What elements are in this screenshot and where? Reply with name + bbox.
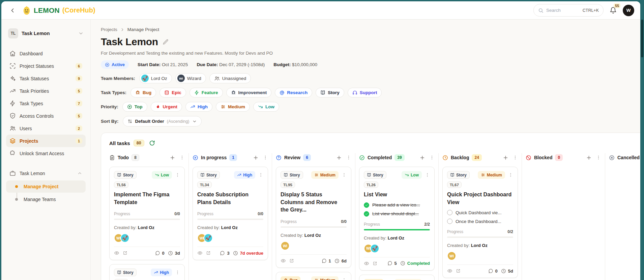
sidebar-item-count: 6: [76, 63, 82, 69]
sidebar-item-task-statuses[interactable]: Task Statuses9: [6, 72, 86, 85]
task-card-TL67[interactable]: StoryMediumTL67Quick Project Dashboard V…: [442, 167, 518, 278]
checklist-item[interactable]: List view should displ...: [364, 211, 430, 217]
app-logo[interactable]: LEMON (CoreHub): [22, 5, 95, 16]
add-task-button[interactable]: [170, 155, 175, 161]
kebab-icon: [346, 155, 351, 160]
back-button[interactable]: [7, 5, 18, 16]
view-task-button[interactable]: [364, 261, 369, 266]
task-card-TL83[interactable]: StoryHighTL83Access Controls Permission: [109, 264, 185, 280]
avatar: 🚀: [141, 75, 149, 82]
priority-pill-urgent[interactable]: Urgent: [151, 102, 182, 112]
task-type-pill-story[interactable]: Story: [316, 88, 344, 97]
add-task-button[interactable]: [503, 155, 508, 161]
card-menu-button[interactable]: [258, 172, 263, 177]
open-task-button[interactable]: [289, 258, 294, 263]
checked-circle-icon[interactable]: [364, 211, 369, 217]
assignee-avatars: WI🚀: [364, 244, 430, 253]
task-type-pill-improvement[interactable]: Improvement: [226, 88, 272, 97]
notifications-button[interactable]: 55: [610, 7, 617, 14]
card-menu-button[interactable]: [342, 278, 347, 280]
unchecked-circle-icon[interactable]: [447, 210, 452, 215]
open-task-button[interactable]: [123, 250, 127, 256]
view-task-button[interactable]: [114, 250, 119, 256]
sidebar-item-task-types[interactable]: Task Types7: [6, 97, 86, 110]
column-menu-button[interactable]: [346, 155, 351, 161]
task-type-pill-feature[interactable]: Feature: [189, 88, 223, 97]
sidebar-item-access-controls[interactable]: Access Controls5: [6, 110, 86, 122]
window-scrollbar[interactable]: [640, 1, 644, 280]
team-member-pill-unassigned[interactable]: Unassigned: [209, 73, 251, 83]
progress-value: 0/0: [258, 212, 263, 216]
task-type-pill-support[interactable]: Support: [348, 88, 382, 97]
sidebar-item-task-priorities[interactable]: Task Priorities5: [6, 85, 86, 97]
sidebar-item-label: Dashboard: [20, 51, 82, 56]
book-icon: [117, 173, 121, 177]
task-type-pill-research[interactable]: Research: [275, 88, 312, 97]
column-menu-button[interactable]: [596, 155, 601, 161]
workspace-selector[interactable]: TL Task Lemon: [6, 28, 86, 38]
column-menu-button[interactable]: [513, 155, 518, 161]
checklist-item[interactable]: Quick Dashboard vie...: [447, 210, 513, 215]
sidebar-item-manage-teams[interactable]: Manage Teams: [6, 193, 86, 205]
add-task-button[interactable]: [336, 155, 342, 161]
sidebar-item-project-statuses[interactable]: Project Statuses6: [6, 60, 86, 72]
sidebar-item-task-lemon[interactable]: Task Lemon: [6, 167, 86, 179]
column-count: 6: [303, 154, 311, 161]
column-menu-button[interactable]: [429, 155, 435, 161]
priority-pill-high[interactable]: High: [185, 102, 212, 112]
task-card-TL66[interactable]: BugMediumTL66Organization name in the: [359, 275, 435, 280]
add-task-button[interactable]: [253, 155, 259, 161]
task-card-TL95[interactable]: StoryMediumTL95Display 5 Status Columns …: [276, 167, 351, 268]
refresh-button[interactable]: [149, 140, 155, 146]
column-count: 39: [394, 154, 404, 161]
sort-dropdown[interactable]: Default Order (Ascending): [123, 116, 202, 127]
card-menu-button[interactable]: [175, 172, 180, 177]
card-menu-button[interactable]: [425, 172, 430, 177]
card-menu-button[interactable]: [508, 172, 513, 177]
team-member-pill-wizard[interactable]: WIWizard: [175, 73, 206, 83]
priority-pill-low[interactable]: Low: [253, 102, 279, 112]
task-card-TL34[interactable]: StoryHighTL34Create Subscription Plans D…: [193, 167, 268, 260]
sidebar-item-projects[interactable]: Projects1: [6, 135, 86, 147]
sidebar-item-manage-project[interactable]: Manage Project: [6, 180, 86, 193]
checklist-item[interactable]: Once the Dashboard...: [447, 219, 513, 224]
add-task-button[interactable]: [586, 155, 592, 161]
column-menu-button[interactable]: [263, 155, 268, 161]
breadcrumb-projects[interactable]: Projects: [101, 27, 117, 32]
status-badge[interactable]: Active: [101, 60, 129, 69]
due-indicator: 3d: [175, 251, 180, 256]
sidebar-item-users[interactable]: Users2: [6, 122, 86, 135]
scrollbar-thumb[interactable]: [641, 20, 643, 57]
view-task-button[interactable]: [281, 258, 286, 263]
team-member-pill-lord-oz[interactable]: 🚀Lord Oz: [139, 73, 172, 83]
view-task-button[interactable]: [197, 250, 203, 256]
task-type-pill-epic[interactable]: Epic: [159, 88, 186, 97]
sidebar-item-dashboard[interactable]: Dashboard: [6, 47, 86, 60]
priority-pill-top[interactable]: Top: [122, 102, 147, 112]
progress-bar: [197, 219, 263, 220]
task-card-TL96[interactable]: BugMediumTL96Search Functionality Error: [276, 272, 351, 280]
priority-pill-medium[interactable]: Medium: [216, 102, 250, 112]
task-card-TL26[interactable]: StoryLowTL26List ViewPlease add a view i…: [359, 167, 435, 271]
search-input[interactable]: [546, 8, 580, 13]
checked-circle-icon[interactable]: [364, 202, 369, 208]
view-task-button[interactable]: [447, 268, 452, 274]
global-search[interactable]: CTRL+K: [533, 4, 604, 17]
column-menu-button[interactable]: [179, 155, 185, 161]
unchecked-circle-icon[interactable]: [447, 219, 452, 224]
sidebar-item-unlock-smart-access[interactable]: Unlock Smart Access: [6, 147, 86, 160]
open-task-button[interactable]: [373, 261, 377, 266]
edit-title-button[interactable]: [163, 39, 169, 45]
card-menu-button[interactable]: [342, 172, 347, 177]
add-task-button[interactable]: [419, 155, 425, 161]
sidebar-item-label: Project Statuses: [20, 63, 72, 69]
user-avatar[interactable]: W: [623, 5, 634, 16]
progress-bar: [281, 226, 347, 228]
open-task-button[interactable]: [456, 268, 461, 274]
progress-label: Progress: [197, 212, 213, 216]
task-type-pill-bug[interactable]: Bug: [130, 88, 156, 97]
checklist-item[interactable]: Please add a view ico...: [364, 202, 430, 208]
card-menu-button[interactable]: [175, 270, 180, 275]
open-task-button[interactable]: [206, 250, 211, 256]
task-card-TL56[interactable]: StoryLowTL56Implement The Figma Template…: [109, 167, 185, 260]
